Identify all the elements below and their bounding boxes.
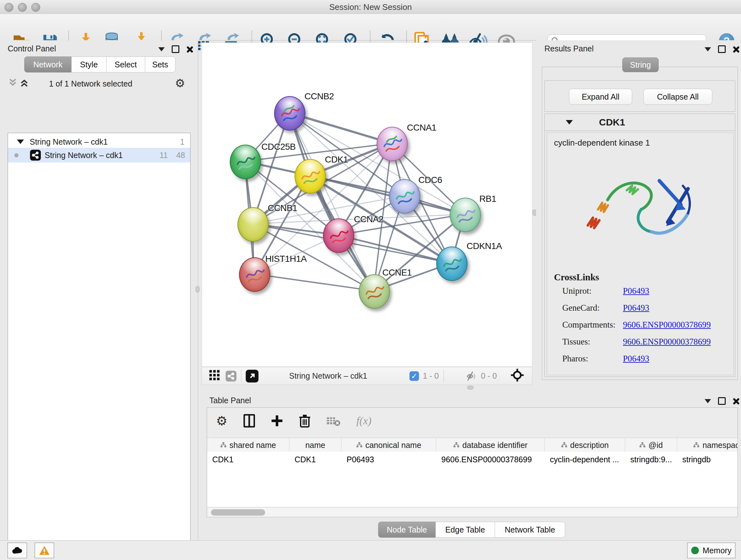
panel-float-icon[interactable]: [172, 45, 179, 53]
birdseye-view-icon[interactable]: [246, 370, 259, 382]
tab-edge-table[interactable]: Edge Table: [435, 522, 495, 538]
crosslink-link[interactable]: 9606.ENSP00000378699: [623, 337, 711, 347]
network-view-toolbar: String Network – cdk1 ✓ 1 - 0 0 - 0: [202, 367, 532, 385]
memory-button[interactable]: Memory: [687, 543, 736, 558]
column-header-shared-name[interactable]: shared name: [207, 438, 289, 452]
network-edge[interactable]: [254, 274, 374, 291]
selected-checkbox-icon[interactable]: ✓: [409, 371, 419, 381]
network-node-RB1[interactable]: [450, 198, 481, 232]
expand-all-button[interactable]: Expand All: [569, 89, 632, 105]
network-node-CDK1[interactable]: [294, 159, 326, 193]
control-panel: Control Panel NetworkStyleSelectSets 1 o…: [0, 40, 198, 540]
crosslink-link[interactable]: 9606.ENSP00000378699: [623, 320, 711, 330]
column-type-icon: [453, 442, 460, 448]
delete-column-icon[interactable]: [299, 414, 311, 428]
panel-close-icon[interactable]: [186, 46, 193, 52]
tab-node-table[interactable]: Node Table: [378, 522, 435, 538]
netbar-separator: [444, 370, 444, 382]
crosslink-link[interactable]: P06493: [623, 303, 650, 313]
tab-sets[interactable]: Sets: [145, 57, 176, 72]
tab-style[interactable]: Style: [71, 57, 107, 72]
fit-selected-crosshair-icon[interactable]: [511, 369, 524, 383]
zoom-window-icon[interactable]: [31, 3, 40, 12]
function-builder-icon[interactable]: f(x): [356, 415, 372, 427]
table-cell[interactable]: CDK1: [294, 455, 340, 464]
column-header-description[interactable]: description: [545, 438, 625, 452]
table-hscrollbar[interactable]: [207, 507, 738, 517]
table-cell[interactable]: CDK1: [212, 455, 288, 464]
network-node-CDKN1A[interactable]: [436, 246, 468, 281]
share-network-icon[interactable]: [226, 371, 237, 381]
tab-string[interactable]: String: [622, 57, 659, 72]
panel-float-icon[interactable]: [718, 397, 726, 405]
table-options-gear-icon[interactable]: ⚙: [216, 414, 227, 428]
protein-thumbnail-icon: [275, 97, 305, 130]
network-node-CCNE1[interactable]: [359, 274, 390, 309]
tab-select[interactable]: Select: [107, 57, 145, 72]
network-row[interactable]: String Network – cdk1 11 48: [8, 148, 190, 163]
table-cell[interactable]: cyclin-dependent ...: [550, 455, 624, 464]
network-node-CCNA1[interactable]: [377, 127, 408, 161]
node-label-CDK1: CDK1: [325, 154, 348, 165]
panel-menu-icon[interactable]: [704, 399, 711, 403]
column-header-canonical-name[interactable]: canonical name: [341, 438, 436, 452]
main-toolbar: ?: [0, 14, 741, 41]
collection-expander-icon[interactable]: [17, 139, 24, 144]
node-label-CCNB2: CCNB2: [305, 91, 334, 102]
left-splitter-handle[interactable]: [196, 286, 199, 293]
status-bar: Memory: [0, 540, 741, 560]
panel-close-icon[interactable]: [733, 46, 739, 52]
collapse-all-button[interactable]: Collapse All: [643, 89, 712, 105]
show-columns-icon[interactable]: [244, 414, 255, 428]
warning-button[interactable]: [35, 543, 54, 558]
table-cell[interactable]: 9606.ENSP00000378699: [441, 455, 543, 464]
table-cell[interactable]: P06493: [347, 455, 435, 464]
network-node-CCNB2[interactable]: [274, 96, 306, 131]
crosslinks-list: Uniprot:P06493GeneCard:P06493Compartment…: [562, 286, 728, 371]
cloud-button[interactable]: [7, 543, 27, 558]
hscrollbar-thumb[interactable]: [211, 509, 265, 516]
minimize-window-icon[interactable]: [18, 3, 27, 12]
crosslink-label: Tissues:: [562, 337, 623, 347]
close-window-icon[interactable]: [4, 3, 13, 12]
collapse-all-label: Collapse All: [657, 92, 699, 102]
network-edges[interactable]: [202, 43, 533, 367]
hidden-eye-slash-icon[interactable]: [466, 371, 477, 381]
network-name: String Network – cdk1: [45, 151, 123, 160]
netbar-separator: [241, 370, 241, 382]
panel-menu-icon[interactable]: [704, 47, 711, 51]
table-cell[interactable]: stringdb: [682, 455, 738, 464]
panel-close-icon[interactable]: [733, 398, 739, 404]
grid-view-icon[interactable]: [209, 370, 220, 382]
network-options-gear-icon[interactable]: ⚙: [175, 77, 185, 90]
column-header-@id[interactable]: @id: [625, 438, 677, 452]
network-edge[interactable]: [289, 113, 374, 291]
protein-structure-image: [576, 159, 703, 264]
crosslink-link[interactable]: P06493: [623, 354, 650, 364]
panel-menu-icon[interactable]: [158, 47, 165, 51]
crosslink-link[interactable]: P06493: [623, 286, 650, 296]
network-node-CCNB1[interactable]: [238, 207, 269, 242]
table-cell[interactable]: stringdb:9...: [630, 455, 676, 464]
gene-header[interactable]: CDK1: [545, 114, 735, 131]
tab-network-table[interactable]: Network Table: [495, 522, 565, 538]
panel-float-icon[interactable]: [718, 45, 726, 53]
tab-network[interactable]: Network: [24, 57, 71, 72]
column-header-database-identifier[interactable]: database identifier: [436, 438, 545, 452]
network-node-CDC6[interactable]: [389, 179, 420, 213]
protein-thumbnail-icon: [295, 160, 325, 193]
clear-table-icon[interactable]: [327, 415, 340, 426]
crosslinks-heading: CrossLinks: [554, 272, 599, 283]
network-canvas[interactable]: CCNB2CCNA1CDC25BCDK1CDC6RB1CCNB1CCNA2CDK…: [202, 43, 532, 367]
network-collection-row[interactable]: String Network – cdk1 1: [8, 134, 190, 149]
crosslink-label: Compartments:: [562, 320, 623, 330]
column-header-namespace[interactable]: namespace: [677, 438, 738, 452]
add-column-icon[interactable]: [271, 415, 283, 427]
application-window: Session: New Session: [0, 0, 741, 560]
gene-expander-icon[interactable]: [566, 120, 573, 125]
network-node-CDC25B[interactable]: [230, 145, 261, 179]
network-edge-count: 48: [176, 151, 185, 160]
network-node-CCNA2[interactable]: [323, 219, 354, 253]
bottom-splitter-handle[interactable]: [467, 386, 474, 389]
column-header-name[interactable]: name: [289, 438, 341, 452]
